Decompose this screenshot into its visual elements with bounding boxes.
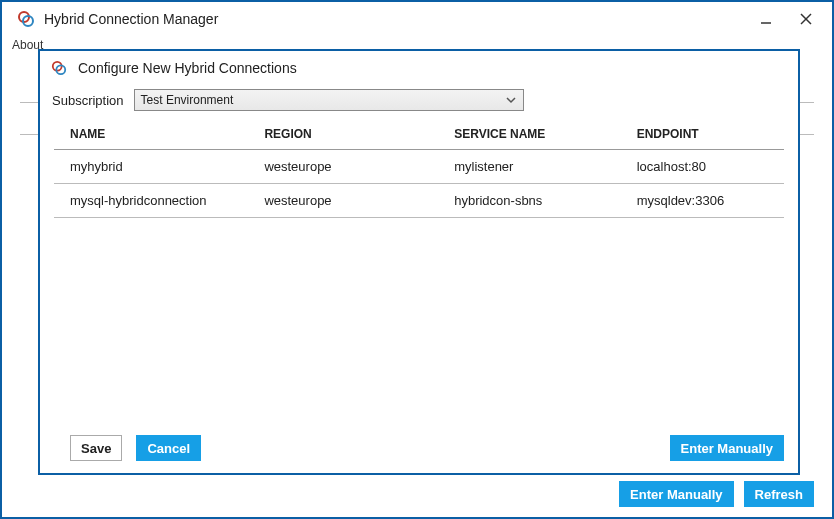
enter-manually-button[interactable]: Enter Manually xyxy=(670,435,784,461)
col-header-endpoint[interactable]: ENDPOINT xyxy=(631,119,784,150)
close-button[interactable] xyxy=(786,4,826,34)
table-row[interactable]: mysql-hybridconnection westeurope hybrid… xyxy=(54,184,784,218)
connections-table-wrap: NAME REGION SERVICE NAME ENDPOINT myhybr… xyxy=(40,119,798,218)
dialog-icon xyxy=(50,59,68,77)
app-icon xyxy=(16,9,36,29)
cell-name: myhybrid xyxy=(54,150,258,184)
configure-dialog: Configure New Hybrid Connections Subscri… xyxy=(38,49,800,475)
enter-manually-button[interactable]: Enter Manually xyxy=(619,481,733,507)
cell-endpoint: mysqldev:3306 xyxy=(631,184,784,218)
table-header-row: NAME REGION SERVICE NAME ENDPOINT xyxy=(54,119,784,150)
dialog-header: Configure New Hybrid Connections xyxy=(40,51,798,85)
window-title: Hybrid Connection Manager xyxy=(44,11,218,27)
connections-table: NAME REGION SERVICE NAME ENDPOINT myhybr… xyxy=(54,119,784,218)
minimize-button[interactable] xyxy=(746,4,786,34)
col-header-name[interactable]: NAME xyxy=(54,119,258,150)
col-header-region[interactable]: REGION xyxy=(258,119,448,150)
cell-name: mysql-hybridconnection xyxy=(54,184,258,218)
titlebar: Hybrid Connection Manager xyxy=(2,2,832,36)
cell-region: westeurope xyxy=(258,184,448,218)
table-row[interactable]: myhybrid westeurope mylistener localhost… xyxy=(54,150,784,184)
subscription-label: Subscription xyxy=(52,93,124,108)
chevron-down-icon xyxy=(505,94,517,109)
cancel-button[interactable]: Cancel xyxy=(136,435,201,461)
subscription-value: Test Environment xyxy=(141,93,234,107)
save-button[interactable]: Save xyxy=(70,435,122,461)
cell-region: westeurope xyxy=(258,150,448,184)
subscription-select[interactable]: Test Environment xyxy=(134,89,524,111)
cell-service: hybridcon-sbns xyxy=(448,184,631,218)
cell-endpoint: localhost:80 xyxy=(631,150,784,184)
main-window: Hybrid Connection Manager About Enter Ma… xyxy=(0,0,834,519)
dialog-title: Configure New Hybrid Connections xyxy=(78,60,297,76)
dialog-footer: Save Cancel Enter Manually xyxy=(40,425,798,473)
outer-footer: Enter Manually Refresh xyxy=(619,481,814,507)
cell-service: mylistener xyxy=(448,150,631,184)
subscription-row: Subscription Test Environment xyxy=(40,85,798,119)
col-header-service[interactable]: SERVICE NAME xyxy=(448,119,631,150)
refresh-button[interactable]: Refresh xyxy=(744,481,814,507)
